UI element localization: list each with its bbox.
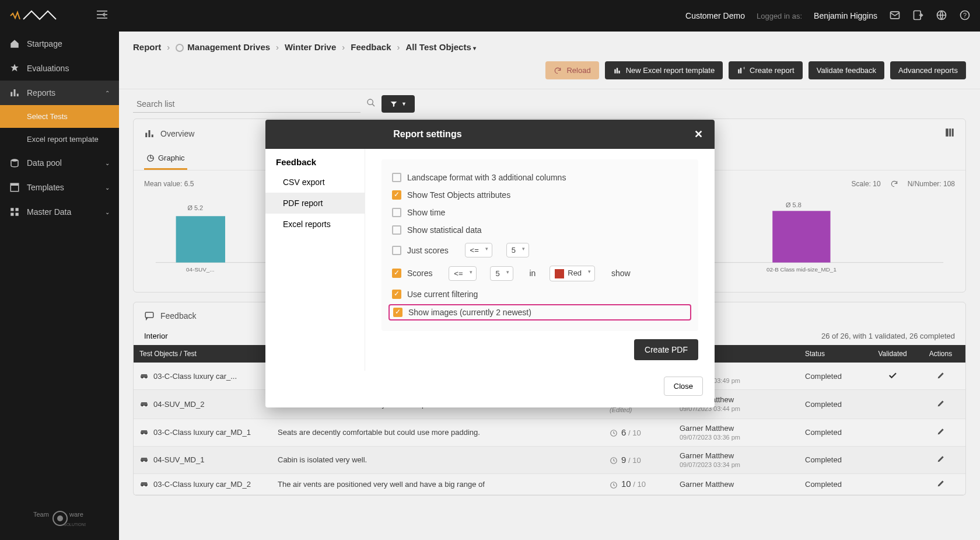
sel-num-2[interactable]: 5 xyxy=(490,266,513,281)
modal-overlay: Report settings ✕ Feedback CSV export PD… xyxy=(0,0,980,540)
modal-side-title: Feedback xyxy=(265,149,365,172)
side-csv-export[interactable]: CSV export xyxy=(265,172,365,193)
side-excel-reports[interactable]: Excel reports xyxy=(265,214,365,235)
chk-attributes[interactable] xyxy=(392,190,401,200)
report-settings-modal: Report settings ✕ Feedback CSV export PD… xyxy=(265,120,715,407)
chk-time[interactable] xyxy=(392,208,401,217)
chk-images[interactable] xyxy=(393,308,402,317)
chk-scores[interactable] xyxy=(392,269,401,278)
close-icon[interactable]: ✕ xyxy=(694,128,703,141)
sel-op-1[interactable]: <= xyxy=(465,243,492,257)
create-pdf-button[interactable]: Create PDF xyxy=(634,339,698,360)
sel-color[interactable]: Red xyxy=(550,266,595,281)
close-button[interactable]: Close xyxy=(664,377,703,396)
side-pdf-report[interactable]: PDF report xyxy=(265,193,365,214)
modal-title: Report settings xyxy=(393,129,461,140)
chk-landscape[interactable] xyxy=(392,173,401,182)
chk-just-scores[interactable] xyxy=(392,246,401,255)
sel-num-1[interactable]: 5 xyxy=(506,243,529,257)
chk-filtering[interactable] xyxy=(392,290,401,299)
sel-op-2[interactable]: <= xyxy=(449,266,476,281)
chk-statistical[interactable] xyxy=(392,225,401,235)
